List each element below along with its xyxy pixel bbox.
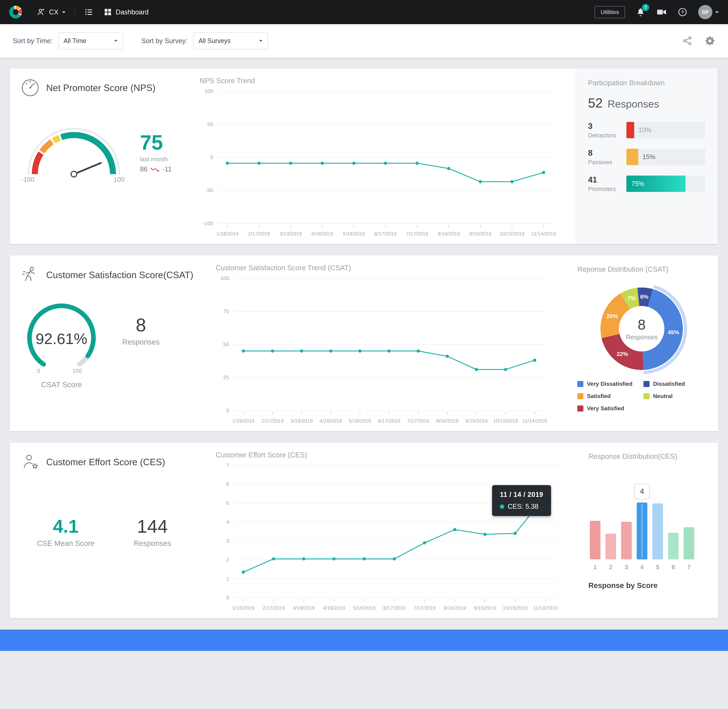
user-menu[interactable]: SP: [698, 5, 719, 19]
bar-column[interactable]: 6: [668, 533, 678, 570]
chart-tooltip: 11 / 14 / 2019 CES: 5.38: [492, 485, 551, 516]
app-logo-icon[interactable]: [9, 6, 22, 19]
svg-text:2: 2: [226, 557, 229, 563]
svg-text:5/18/2019: 5/18/2019: [343, 231, 365, 236]
participation-bar: 15%: [626, 149, 705, 165]
user-role-icon: [36, 7, 45, 17]
svg-text:45%: 45%: [668, 329, 679, 336]
csat-title: Customer Satisfaction Score(CSAT): [46, 270, 193, 280]
nav-dashboard-label: Dashboard: [116, 8, 149, 16]
svg-text:10/15/2019: 10/15/2019: [503, 605, 528, 611]
csat-donut-chart[interactable]: 6%45%22%20%7% 8 Responses: [596, 283, 688, 375]
legend-item[interactable]: Dissatisfied: [644, 381, 706, 387]
bar-column[interactable]: 3: [621, 522, 632, 570]
chevron-down-icon: [715, 12, 719, 15]
settings-button[interactable]: [705, 35, 715, 46]
nav-divider: [75, 6, 75, 18]
bar-column[interactable]: 2: [606, 534, 616, 570]
utilities-button[interactable]: Utilities: [595, 6, 625, 18]
bar-column[interactable]: 1: [590, 521, 600, 570]
svg-text:6/17/2019: 6/17/2019: [374, 231, 397, 236]
top-navbar: CX Dashboard Utilities 7: [0, 0, 728, 24]
bar-column[interactable]: 44: [637, 503, 647, 570]
dashboard-content: Net Promoter Score (NPS) -100 100 75 las…: [0, 58, 728, 618]
participation-bar: 10%: [626, 122, 705, 138]
participation-percent: 10%: [638, 126, 651, 134]
nps-period-label: last month: [140, 156, 172, 163]
participation-count: 3: [588, 121, 626, 131]
bar[interactable]: [637, 503, 647, 559]
settings-gear-icon: [705, 35, 715, 46]
svg-text:9/15/2019: 9/15/2019: [466, 418, 488, 424]
bar-column[interactable]: 7: [684, 527, 694, 570]
bar[interactable]: [684, 527, 694, 559]
svg-text:3: 3: [226, 538, 229, 544]
participation-label: Detractors: [588, 132, 626, 139]
svg-text:4/18/2019: 4/18/2019: [311, 231, 333, 236]
gauge-min-label: -100: [21, 176, 34, 183]
csat-distribution-panel: Reponse Distribution (CSAT) 6%45%22%20%7…: [565, 255, 718, 431]
legend-item[interactable]: Very Dissatisfied: [577, 381, 640, 387]
survey-filter-select[interactable]: All Surveys: [193, 32, 268, 50]
bar[interactable]: [621, 522, 632, 559]
svg-text:3/19/2019: 3/19/2019: [293, 605, 315, 611]
svg-text:7/17/2019: 7/17/2019: [406, 231, 428, 236]
bar[interactable]: [606, 534, 616, 559]
svg-text:11/14/2019: 11/14/2019: [531, 231, 556, 236]
donut-center-value: 8: [626, 317, 658, 333]
participation-label: Promoters: [588, 185, 626, 193]
svg-text:9/15/2019: 9/15/2019: [469, 231, 492, 236]
svg-text:0: 0: [226, 407, 229, 413]
legend-item[interactable]: Very Satisfied: [577, 405, 640, 412]
ces-distribution-title: Response Distribution(CES): [588, 452, 706, 460]
tooltip-date: 11 / 14 / 2019: [500, 491, 543, 499]
ces-trend-chart[interactable]: 765432101/18/20192/17/20193/19/20194/18/…: [213, 460, 565, 616]
legend-label: Dissatisfied: [653, 381, 685, 387]
legend-item[interactable]: Neutral: [644, 393, 706, 400]
svg-text:4/18/2019: 4/18/2019: [323, 605, 345, 611]
legend-label: Very Satisfied: [587, 405, 624, 412]
legend-swatch-icon: [577, 381, 583, 387]
tooltip-value: CES: 5.38: [508, 503, 539, 510]
ces-bar-chart[interactable]: 12344567: [588, 499, 706, 570]
bar-column[interactable]: 5: [652, 503, 663, 570]
chevron-down-icon: [259, 40, 262, 44]
video-button[interactable]: [656, 7, 667, 18]
svg-text:8/16/2019: 8/16/2019: [436, 418, 459, 424]
notifications-button[interactable]: 7: [636, 7, 646, 17]
participation-percent: 75%: [631, 180, 644, 187]
help-icon: ?: [677, 7, 687, 17]
legend-swatch-icon: [577, 406, 583, 411]
svg-text:2/17/2019: 2/17/2019: [262, 418, 284, 424]
svg-text:7/17/2019: 7/17/2019: [414, 605, 436, 611]
svg-text:3/19/2019: 3/19/2019: [280, 231, 302, 236]
video-camera-icon: [656, 7, 667, 18]
svg-text:1: 1: [226, 576, 229, 582]
csat-ring-chart: 92.61% 0 100 CSAT Score: [20, 300, 102, 389]
ces-responses-value: 144: [134, 517, 171, 535]
bar[interactable]: [652, 503, 663, 559]
help-button[interactable]: ?: [677, 7, 687, 17]
svg-text:6%: 6%: [640, 293, 648, 300]
legend-item[interactable]: Satisfied: [577, 393, 640, 400]
nav-dashboard[interactable]: Dashboard: [99, 0, 154, 24]
csat-trend-title: Customer Satisfaction Score Trend (CSAT): [215, 264, 563, 272]
bar[interactable]: [668, 533, 678, 559]
workspace-switcher[interactable]: CX: [31, 0, 70, 24]
nps-trend-chart[interactable]: 100500-50-1001/18/20192/17/20193/19/2019…: [197, 86, 563, 242]
csat-trend-chart[interactable]: 10075502501/18/20192/17/20193/19/20194/1…: [213, 273, 554, 429]
time-filter-select[interactable]: All Time: [58, 32, 123, 50]
svg-text:0: 0: [210, 154, 213, 160]
nps-score-value: 75: [140, 132, 172, 153]
svg-text:3/19/2019: 3/19/2019: [291, 418, 313, 424]
svg-text:2/17/2019: 2/17/2019: [248, 231, 270, 236]
svg-text:20%: 20%: [607, 313, 618, 319]
svg-text:11/14/2019: 11/14/2019: [523, 418, 547, 424]
participation-title: Participation Breakdown: [588, 79, 705, 87]
bar[interactable]: [590, 521, 600, 559]
share-button[interactable]: [683, 36, 693, 46]
list-view-button[interactable]: [79, 0, 99, 24]
svg-text:4/18/2019: 4/18/2019: [320, 418, 342, 424]
ring-min-label: 0: [37, 368, 40, 374]
participation-row: 3 Detractors 10%: [588, 121, 705, 139]
